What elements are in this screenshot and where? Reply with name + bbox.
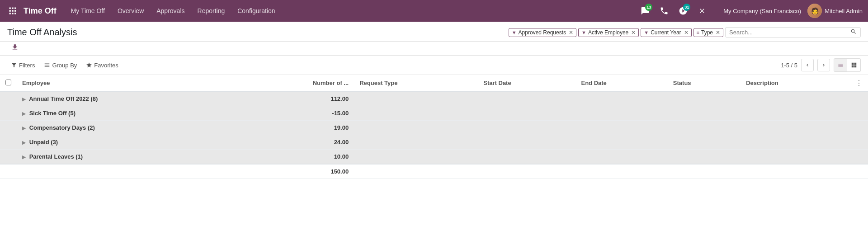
navbar-divider [715, 5, 715, 16]
toolbar-right: 1-5 / 5 [781, 58, 861, 72]
row-request-type [354, 106, 478, 121]
group-label: Compensatory Days (2) [29, 124, 95, 131]
row-status [668, 121, 741, 135]
group-label: Annual Time Off 2022 (8) [29, 95, 98, 102]
download-button[interactable] [7, 43, 23, 53]
total-start-date [478, 164, 576, 179]
total-checkbox-cell [0, 164, 17, 179]
row-group-name: ▶ Unpaid (3) [17, 135, 236, 150]
close-icon-btn[interactable] [694, 3, 710, 19]
row-description [741, 135, 850, 150]
group-by-label: Group By [52, 62, 77, 69]
row-status [668, 135, 741, 150]
filter-close-active[interactable]: ✕ [631, 30, 636, 35]
expand-icon[interactable]: ▶ [22, 140, 26, 145]
row-request-type [354, 150, 478, 164]
row-count: -15.00 [236, 106, 354, 121]
nav-approvals[interactable]: Approvals [151, 0, 190, 22]
navbar: Time Off My Time Off Overview Approvals … [0, 0, 868, 22]
filter-close-approved[interactable]: ✕ [569, 30, 573, 35]
search-button[interactable] [850, 28, 857, 36]
row-start-date [478, 135, 576, 150]
phone-icon-btn[interactable] [656, 3, 672, 19]
row-end-date [576, 135, 667, 150]
nav-configuration[interactable]: Configuration [232, 0, 280, 22]
table-row: ▶ Sick Time Off (5) -15.00 [0, 106, 868, 121]
app-brand: Time Off [24, 6, 57, 16]
row-options-cell [850, 106, 868, 121]
row-count: 112.00 [236, 91, 354, 106]
filters-button[interactable]: Filters [7, 60, 38, 70]
th-start-date: Start Date [478, 75, 576, 91]
next-page-button[interactable] [817, 59, 830, 71]
filter-close-type[interactable]: ✕ [716, 30, 720, 35]
row-checkbox-cell [0, 150, 17, 164]
expand-icon[interactable]: ▶ [22, 111, 26, 116]
list-view-button[interactable] [834, 58, 847, 72]
row-request-type [354, 135, 478, 150]
prev-page-button[interactable] [801, 59, 814, 71]
select-all-checkbox[interactable] [5, 80, 11, 85]
apps-grid-icon[interactable] [5, 4, 20, 18]
row-start-date [478, 91, 576, 106]
total-value: 150.00 [236, 164, 354, 179]
nav-reporting[interactable]: Reporting [192, 0, 231, 22]
filter-tag-type: ≡ Type ✕ [693, 28, 723, 37]
filter-tag-current-year: ▼ Current Year ✕ [641, 28, 691, 37]
filter-tag-active-employee: ▼ Active Employee ✕ [578, 28, 639, 37]
toolbar: Filters Group By Favorites 1-5 / 5 [0, 56, 868, 75]
avatar-image: 🧑 [807, 4, 822, 18]
filter-icon-active: ▼ [581, 30, 586, 35]
filter-tag-approved-requests: ▼ Approved Requests ✕ [509, 28, 576, 37]
total-end-date [576, 164, 667, 179]
row-end-date [576, 121, 667, 135]
th-request-type: Request Type [354, 75, 478, 91]
activity-badge: 31 [683, 4, 690, 11]
column-options-button[interactable]: ⋮ [855, 79, 863, 87]
th-options: ⋮ [850, 75, 868, 91]
expand-icon[interactable]: ▶ [22, 97, 26, 102]
navbar-right: 13 31 My Company (San Francisco) 🧑 Mitch… [637, 3, 863, 19]
row-count: 24.00 [236, 135, 354, 150]
group-by-button[interactable]: Group By [40, 60, 80, 70]
filter-icon-type: ≡ [697, 30, 699, 35]
nav-overview[interactable]: Overview [112, 0, 149, 22]
search-input[interactable] [729, 29, 850, 36]
grid-view-button[interactable] [847, 58, 861, 72]
group-label: Sick Time Off (5) [29, 110, 75, 117]
row-status [668, 91, 741, 106]
row-group-name: ▶ Compensatory Days (2) [17, 121, 236, 135]
chat-icon-btn[interactable]: 13 [637, 3, 653, 19]
row-start-date [478, 106, 576, 121]
filter-label-approved: Approved Requests [519, 29, 566, 36]
row-description [741, 106, 850, 121]
table-row: ▶ Parental Leaves (1) 10.00 [0, 150, 868, 164]
row-options-cell [850, 150, 868, 164]
expand-icon[interactable]: ▶ [22, 126, 26, 131]
table-row: ▶ Unpaid (3) 24.00 [0, 135, 868, 150]
group-label: Parental Leaves (1) [29, 153, 83, 160]
total-description [741, 164, 850, 179]
user-name: Mitchell Admin [825, 8, 863, 14]
avatar[interactable]: 🧑 [807, 4, 822, 18]
row-group-name: ▶ Annual Time Off 2022 (8) [17, 91, 236, 106]
filters-label: Filters [19, 62, 35, 69]
filter-close-year[interactable]: ✕ [684, 30, 689, 35]
row-options-cell [850, 121, 868, 135]
row-start-date [478, 121, 576, 135]
row-checkbox-cell [0, 91, 17, 106]
table-row: ▶ Compensatory Days (2) 19.00 [0, 121, 868, 135]
total-options-cell [850, 164, 868, 179]
th-employee: Employee [17, 75, 236, 91]
pagination-info: 1-5 / 5 [781, 62, 797, 69]
total-label [17, 164, 236, 179]
activity-icon-btn[interactable]: 31 [675, 3, 691, 19]
favorites-button[interactable]: Favorites [82, 60, 122, 70]
total-request-type [354, 164, 478, 179]
download-wrap [0, 42, 868, 56]
nav-my-time-off[interactable]: My Time Off [66, 0, 110, 22]
row-end-date [576, 91, 667, 106]
total-row: 150.00 [0, 164, 868, 179]
th-status: Status [668, 75, 741, 91]
expand-icon[interactable]: ▶ [22, 155, 26, 160]
